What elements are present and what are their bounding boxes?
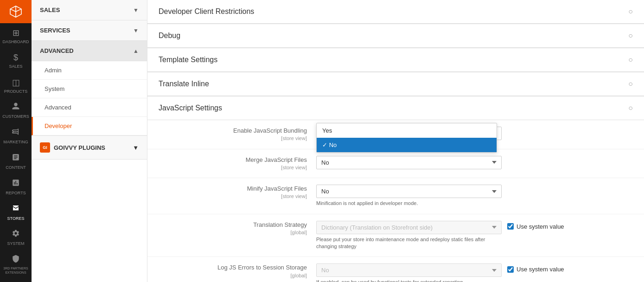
sidebar-item-system[interactable]: SYSTEM xyxy=(0,224,32,250)
goivvy-label: GOIVVY PLUGINS xyxy=(54,144,105,151)
use-system-value-log-js-errors: Use system value xyxy=(507,263,564,273)
section-template-settings: Template Settings ○ xyxy=(147,48,644,72)
section-javascript-settings-toggle[interactable]: ○ xyxy=(628,104,633,112)
system-icon xyxy=(12,229,20,240)
section-javascript-settings-body: Enable JavaScript Bundling [store view] … xyxy=(147,120,644,282)
hint-minify-js: Minification is not applied in developer… xyxy=(316,200,502,207)
products-icon: ◫ xyxy=(12,77,20,88)
main-content: Developer Client Restrictions ○ Debug ○ … xyxy=(147,0,644,282)
label-minify-js-files: Minify JavaScript Files [store view] xyxy=(159,185,316,200)
control-merge-js-files: No Yes xyxy=(316,156,633,169)
select-merge-js-files[interactable]: No Yes xyxy=(316,156,502,169)
section-javascript-settings-title: JavaScript Settings xyxy=(159,104,222,112)
select-wrap-merge-js: No Yes xyxy=(316,156,502,169)
section-debug: Debug ○ xyxy=(147,24,644,48)
checkbox-use-system-log-js-errors[interactable] xyxy=(507,266,514,273)
nav-section-sales-chevron: ▼ xyxy=(133,7,139,13)
nav-item-system[interactable]: System xyxy=(32,80,147,98)
section-template-settings-title: Template Settings xyxy=(159,56,217,64)
sidebar-item-reports[interactable]: REPORTS xyxy=(0,174,32,199)
sidebar-item-reports-label: REPORTS xyxy=(6,191,26,196)
use-system-value-translation: Use system value xyxy=(507,221,564,230)
section-debug-header[interactable]: Debug ○ xyxy=(147,24,644,48)
sidebar-item-customers[interactable]: CUSTOMERS xyxy=(0,97,32,123)
select-wrap-translation: Dictionary (Translation on Storefront si… xyxy=(316,221,502,250)
sidebar-logo[interactable] xyxy=(0,0,32,23)
section-debug-toggle[interactable]: ○ xyxy=(628,32,633,40)
dropdown-enable-js-bundling: Yes No xyxy=(316,123,497,153)
goivvy-plugin-badge: GI GOIVVY PLUGINS xyxy=(40,142,105,153)
select-log-js-errors-session[interactable]: No Yes xyxy=(316,263,502,277)
nav-item-advanced[interactable]: Advanced xyxy=(32,98,147,117)
content-icon xyxy=(12,153,20,164)
sidebar-item-products-label: PRODUCTS xyxy=(4,89,28,94)
sidebar-item-dashboard[interactable]: ⊞ DASHBOARD xyxy=(0,23,32,48)
section-developer-client-restrictions-toggle[interactable]: ○ xyxy=(628,7,633,16)
nav-item-admin[interactable]: Admin xyxy=(32,61,147,80)
dropdown-container-js-bundling: No Yes No xyxy=(316,127,502,140)
sidebar-item-partners[interactable]: 3RD PARTNERS EXTENSIONS xyxy=(0,250,32,278)
left-nav-panel: SALES ▼ SERVICES ▼ ADVANCED ▲ Admin Syst… xyxy=(32,0,147,282)
hint-log-js-errors-session: If enabled, can be used by functional te… xyxy=(316,279,502,282)
sidebar-item-customers-label: CUSTOMERS xyxy=(2,114,29,119)
nav-section-advanced-label: ADVANCED xyxy=(40,47,74,54)
section-developer-client-restrictions-header[interactable]: Developer Client Restrictions ○ xyxy=(147,0,644,24)
nav-section-services-label: SERVICES xyxy=(40,27,70,34)
partners-icon xyxy=(12,255,20,265)
sidebar-item-sales[interactable]: $ SALES xyxy=(0,48,32,73)
goivvy-chevron: ▼ xyxy=(133,144,139,151)
row-enable-js-bundling: Enable JavaScript Bundling [store view] … xyxy=(147,120,644,149)
stores-icon xyxy=(12,204,20,215)
hint-translation-strategy: Please put your store into maintenance m… xyxy=(316,236,502,250)
label-merge-js-files: Merge JavaScript Files [store view] xyxy=(159,156,316,172)
reports-icon xyxy=(12,179,20,189)
customers-icon xyxy=(12,102,20,113)
section-translate-inline-header[interactable]: Translate Inline ○ xyxy=(147,72,644,96)
dropdown-option-no[interactable]: No xyxy=(317,138,497,152)
label-translation-strategy: Translation Strategy [global] xyxy=(159,221,316,237)
sidebar-item-stores-label: STORES xyxy=(7,216,25,221)
control-enable-js-bundling: No Yes No xyxy=(316,127,633,140)
sidebar-item-system-label: SYSTEM xyxy=(7,241,24,246)
section-translate-inline-title: Translate Inline xyxy=(159,80,209,88)
sales-icon: $ xyxy=(13,53,18,63)
section-template-settings-header[interactable]: Template Settings ○ xyxy=(147,48,644,72)
sidebar-item-content[interactable]: CONTENT xyxy=(0,148,32,174)
label-log-js-errors-session: Log JS Errors to Session Storage [global… xyxy=(159,263,316,279)
nav-section-goivvy[interactable]: GI GOIVVY PLUGINS ▼ xyxy=(32,135,147,160)
section-translate-inline-toggle[interactable]: ○ xyxy=(628,80,633,88)
sidebar-item-content-label: CONTENT xyxy=(6,165,26,170)
section-debug-title: Debug xyxy=(159,32,180,40)
dashboard-icon: ⊞ xyxy=(13,28,19,38)
section-javascript-settings: JavaScript Settings ○ Enable JavaScript … xyxy=(147,96,644,282)
goivvy-icon: GI xyxy=(40,142,50,153)
checkbox-use-system-translation[interactable] xyxy=(507,223,514,230)
nav-section-sales[interactable]: SALES ▼ xyxy=(32,0,147,20)
row-merge-js-files: Merge JavaScript Files [store view] No Y… xyxy=(147,149,644,179)
nav-item-developer[interactable]: Developer xyxy=(32,117,147,135)
select-wrap-minify-js: No Yes Minification is not applied in de… xyxy=(316,185,502,207)
section-developer-client-restrictions-title: Developer Client Restrictions xyxy=(159,7,254,16)
control-translation-strategy: Dictionary (Translation on Storefront si… xyxy=(316,221,633,250)
label-enable-js-bundling: Enable JavaScript Bundling [store view] xyxy=(159,127,316,142)
sidebar-item-stores[interactable]: STORES xyxy=(0,199,32,225)
row-translation-strategy: Translation Strategy [global] Dictionary… xyxy=(147,214,644,257)
dropdown-option-yes[interactable]: Yes xyxy=(317,123,497,138)
sidebar: ⊞ DASHBOARD $ SALES ◫ PRODUCTS CUSTOMERS… xyxy=(0,0,32,282)
sidebar-item-marketing[interactable]: MARKETING xyxy=(0,123,32,148)
select-minify-js-files[interactable]: No Yes xyxy=(316,185,502,198)
section-template-settings-toggle[interactable]: ○ xyxy=(628,56,633,64)
sidebar-item-products[interactable]: ◫ PRODUCTS xyxy=(0,73,32,98)
nav-section-services[interactable]: SERVICES ▼ xyxy=(32,20,147,41)
row-minify-js-files: Minify JavaScript Files [store view] No … xyxy=(147,178,644,214)
nav-section-services-chevron: ▼ xyxy=(133,27,139,34)
select-wrap-log-js-errors: No Yes If enabled, can be used by functi… xyxy=(316,263,502,282)
sidebar-item-sales-label: SALES xyxy=(9,64,22,69)
section-developer-client-restrictions: Developer Client Restrictions ○ xyxy=(147,0,644,24)
control-log-js-errors-session: No Yes If enabled, can be used by functi… xyxy=(316,263,633,282)
select-translation-strategy[interactable]: Dictionary (Translation on Storefront si… xyxy=(316,221,502,234)
section-javascript-settings-header[interactable]: JavaScript Settings ○ xyxy=(147,96,644,120)
sidebar-item-partners-label: 3RD PARTNERS EXTENSIONS xyxy=(2,267,30,275)
nav-section-advanced-chevron: ▲ xyxy=(133,48,139,54)
nav-section-advanced[interactable]: ADVANCED ▲ xyxy=(32,41,147,61)
